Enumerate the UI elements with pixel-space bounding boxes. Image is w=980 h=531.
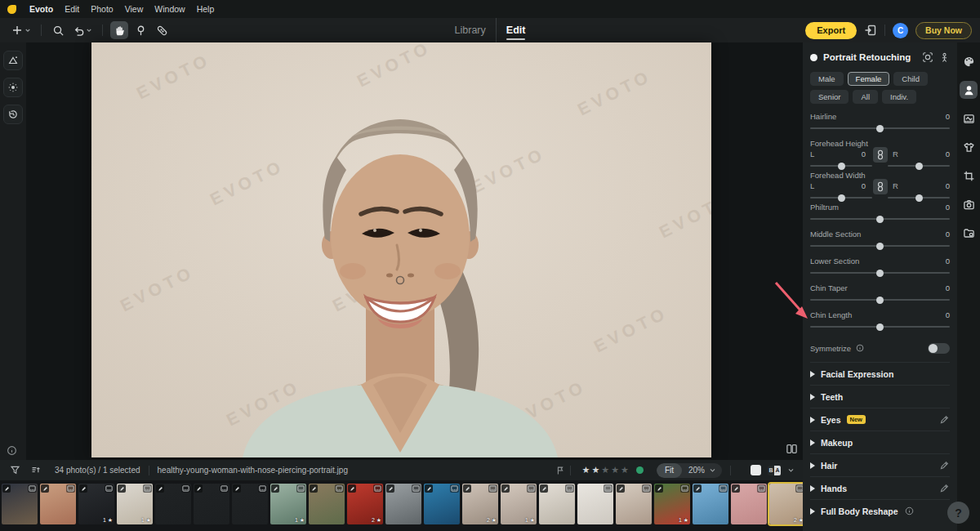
background-icon[interactable] xyxy=(960,109,978,127)
chevron-down-icon[interactable] xyxy=(86,27,92,33)
sort-icon[interactable] xyxy=(30,465,42,475)
filmstrip-thumbnail[interactable] xyxy=(731,484,767,524)
filmstrip-thumbnail[interactable] xyxy=(424,484,460,524)
green-color-label[interactable] xyxy=(636,466,644,474)
export-settings-icon[interactable] xyxy=(864,24,877,37)
face-scan-icon[interactable] xyxy=(922,51,933,63)
filmstrip-thumbnail[interactable] xyxy=(539,484,575,524)
section-makeup[interactable]: Makeup xyxy=(810,431,950,453)
star-icon[interactable]: ★ xyxy=(601,465,609,475)
star-icon[interactable]: ★ xyxy=(591,465,599,475)
section-hands[interactable]: Hands xyxy=(810,476,950,499)
bandage-tool-icon[interactable] xyxy=(153,21,171,39)
camera-icon[interactable] xyxy=(960,195,978,213)
star-icon[interactable]: ★ xyxy=(611,465,619,475)
fit-button[interactable]: Fit xyxy=(657,463,682,478)
filmstrip-thumbnail[interactable] xyxy=(693,484,728,524)
zoom-tool-icon[interactable] xyxy=(49,21,67,39)
palette-icon[interactable] xyxy=(960,52,978,70)
crop-icon[interactable] xyxy=(960,167,978,185)
slider-knob[interactable] xyxy=(876,270,884,277)
slider-track[interactable] xyxy=(810,197,872,199)
slider-track[interactable] xyxy=(810,127,950,129)
clothing-icon[interactable] xyxy=(960,138,978,156)
pen-adjust-icon[interactable] xyxy=(939,414,950,425)
chevron-down-icon[interactable] xyxy=(24,27,31,33)
section-teeth[interactable]: Teeth xyxy=(810,385,950,408)
chip-senior[interactable]: Senior xyxy=(810,90,849,104)
section-eyes[interactable]: EyesNew xyxy=(810,408,950,431)
filter-icon[interactable] xyxy=(10,465,20,475)
chip-child[interactable]: Child xyxy=(893,72,928,86)
slider-track[interactable] xyxy=(810,272,950,274)
edit-canvas[interactable]: EVOTOEVOTOEVOTOEVOTOEVOTOEVOTOEVOTOEVOTO… xyxy=(26,42,803,460)
filmstrip-thumbnail[interactable]: 1 ★ xyxy=(654,484,690,524)
menu-item-view[interactable]: View xyxy=(125,4,144,14)
menu-item-evoto[interactable]: Evoto xyxy=(29,4,53,14)
slider-track[interactable] xyxy=(810,326,950,328)
chip-indiv[interactable]: Indiv. xyxy=(882,90,916,104)
image-ai-icon[interactable] xyxy=(3,51,23,70)
before-after-icon[interactable]: BA xyxy=(768,466,781,475)
filmstrip-thumbnail[interactable]: 2 ★ xyxy=(769,484,803,524)
slider-track[interactable] xyxy=(888,197,950,199)
rating-stars[interactable]: ★★★★★ xyxy=(582,465,629,475)
link-lr-icon[interactable] xyxy=(873,147,888,163)
adjust-dots-icon[interactable] xyxy=(3,78,23,97)
flag-icon[interactable] xyxy=(555,466,565,475)
export-button[interactable]: Export xyxy=(805,22,857,39)
filmstrip-thumbnail[interactable]: 2 ★ xyxy=(462,484,498,524)
link-lr-icon[interactable] xyxy=(873,179,888,194)
menu-item-edit[interactable]: Edit xyxy=(65,4,79,14)
heal-tool-icon[interactable] xyxy=(131,21,149,39)
filmstrip-thumbnail[interactable]: 1 ★ xyxy=(501,484,537,524)
slider-track[interactable] xyxy=(888,165,950,167)
slider-track[interactable] xyxy=(810,245,950,247)
star-icon[interactable]: ★ xyxy=(582,465,590,475)
pen-adjust-icon[interactable] xyxy=(939,460,950,471)
filmstrip[interactable]: 1 ★1 ★1 ★2 ★2 ★1 ★1 ★2 ★ xyxy=(0,480,803,531)
section-facial-expression[interactable]: Facial Expression xyxy=(810,362,950,385)
filmstrip-thumbnail[interactable] xyxy=(40,484,76,524)
slider-knob[interactable] xyxy=(876,324,884,331)
chip-female[interactable]: Female xyxy=(848,72,890,86)
filmstrip-thumbnail[interactable] xyxy=(385,484,421,524)
filmstrip-thumbnail[interactable]: 2 ★ xyxy=(347,484,383,524)
slider-knob[interactable] xyxy=(876,243,884,250)
slider-track[interactable] xyxy=(810,165,872,167)
menu-item-help[interactable]: Help xyxy=(197,4,215,14)
zoom-level[interactable]: 20% xyxy=(682,466,709,475)
filmstrip-thumbnail[interactable] xyxy=(577,484,613,524)
split-view-icon[interactable] xyxy=(786,443,798,455)
filmstrip-thumbnail[interactable] xyxy=(2,484,38,524)
buy-now-button[interactable]: Buy Now xyxy=(915,22,972,39)
section-hair[interactable]: Hair xyxy=(810,453,950,476)
tab-edit[interactable]: Edit xyxy=(496,18,536,42)
slider-knob[interactable] xyxy=(876,297,884,304)
chevron-down-icon[interactable] xyxy=(709,466,722,474)
filmstrip-thumbnail[interactable]: 1 ★ xyxy=(78,484,114,524)
filmstrip-thumbnail[interactable] xyxy=(616,484,652,524)
chip-male[interactable]: Male xyxy=(810,72,844,86)
slider-knob[interactable] xyxy=(876,125,884,132)
user-avatar[interactable]: C xyxy=(893,23,908,38)
slider-knob[interactable] xyxy=(876,216,884,223)
filmstrip-thumbnail[interactable] xyxy=(232,484,268,524)
chip-all[interactable]: All xyxy=(853,90,878,104)
filmstrip-thumbnail[interactable]: 1 ★ xyxy=(270,484,306,524)
filmstrip-thumbnail[interactable] xyxy=(155,484,191,524)
tab-library[interactable]: Library xyxy=(445,18,496,42)
menu-item-window[interactable]: Window xyxy=(154,4,185,14)
import-plus-icon[interactable] xyxy=(8,21,33,39)
filmstrip-thumbnail[interactable] xyxy=(194,484,229,524)
zoom-control[interactable]: Fit 20% xyxy=(657,463,722,478)
slider-track[interactable] xyxy=(810,299,950,301)
section-full-body-reshape[interactable]: Full Body Reshape xyxy=(810,499,950,522)
photo-folder-icon[interactable] xyxy=(960,224,978,242)
symmetrize-toggle[interactable] xyxy=(928,343,950,354)
history-icon[interactable] xyxy=(3,105,23,124)
slider-track[interactable] xyxy=(810,218,950,220)
pen-adjust-icon[interactable] xyxy=(939,483,950,493)
portrait-retouch-icon[interactable] xyxy=(960,81,978,99)
filmstrip-thumbnail[interactable] xyxy=(309,484,345,524)
